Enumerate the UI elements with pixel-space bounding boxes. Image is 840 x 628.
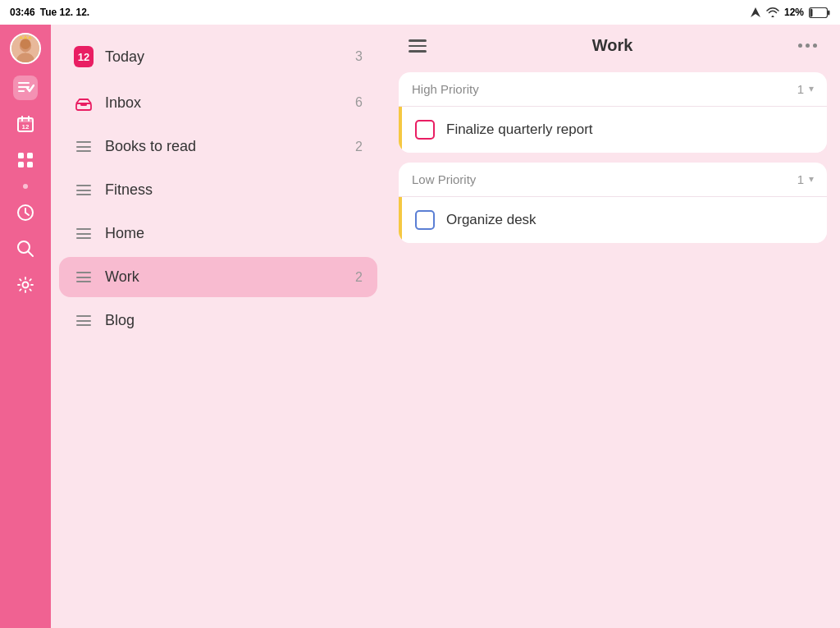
- task-label-finalize: Finalize quarterly report: [446, 121, 593, 138]
- svg-rect-18: [27, 153, 33, 158]
- sidebar-label-inbox: Inbox: [105, 94, 344, 112]
- task-checkbox-finalize[interactable]: [415, 120, 435, 140]
- svg-point-6: [21, 39, 31, 49]
- sidebar-item-blog[interactable]: Blog: [59, 300, 377, 341]
- grid-icon: [16, 151, 34, 169]
- svg-rect-9: [18, 82, 30, 84]
- svg-point-26: [23, 282, 29, 288]
- high-priority-count: 1: [797, 82, 804, 96]
- low-priority-count: 1: [797, 172, 804, 186]
- task-item-organize: Organize desk: [399, 197, 827, 243]
- main-header: Work: [386, 25, 840, 67]
- svg-rect-20: [27, 162, 33, 167]
- svg-marker-0: [751, 7, 760, 17]
- list-icon-home: [74, 228, 94, 239]
- sidebar-count-books: 2: [355, 140, 363, 154]
- svg-rect-13: [18, 118, 33, 122]
- inbox-svg-icon: [75, 94, 93, 112]
- calendar-rail-icon[interactable]: 12: [13, 112, 38, 136]
- check-icon: [16, 79, 34, 97]
- svg-rect-3: [810, 8, 813, 16]
- sidebar-label-blog: Blog: [105, 312, 351, 329]
- svg-rect-19: [18, 162, 24, 167]
- sidebar-label-fitness: Fitness: [105, 181, 351, 199]
- icon-rail: 12: [0, 25, 51, 628]
- main-title: Work: [592, 36, 633, 55]
- main-content: Work High Priority 1 ▾ Finalize quarterl…: [386, 25, 840, 628]
- sidebar: 12 Today 3 Inbox 6 Books to read 2: [51, 25, 386, 628]
- clock-icon: [16, 204, 34, 222]
- sidebar-item-books[interactable]: Books to read 2: [59, 126, 377, 167]
- rail-divider: [23, 184, 28, 189]
- high-priority-section: High Priority 1 ▾ Finalize quarterly rep…: [399, 72, 827, 153]
- avatar-image: [11, 33, 39, 64]
- status-time: 03:46: [10, 7, 35, 18]
- clock-rail-icon[interactable]: [13, 200, 38, 225]
- status-bar: 03:46 Tue 12. 12. 12%: [0, 0, 840, 25]
- wifi-icon: [766, 7, 779, 17]
- task-checkbox-organize[interactable]: [415, 210, 435, 230]
- list-icon-fitness: [74, 185, 94, 195]
- list-icon-blog: [74, 315, 94, 326]
- today-icon: 12: [74, 46, 94, 67]
- battery-icon: [809, 7, 830, 18]
- svg-rect-28: [80, 103, 87, 106]
- avatar[interactable]: [10, 33, 41, 64]
- more-options-button[interactable]: [792, 40, 824, 51]
- search-icon: [16, 240, 34, 258]
- sidebar-label-today: Today: [105, 48, 344, 66]
- battery-percent: 12%: [784, 7, 804, 18]
- high-priority-label: High Priority: [412, 82, 797, 96]
- svg-line-25: [28, 251, 33, 256]
- low-priority-header[interactable]: Low Priority 1 ▾: [399, 163, 827, 197]
- sidebar-label-books: Books to read: [105, 138, 344, 155]
- sidebar-item-work[interactable]: Work 2: [59, 257, 377, 297]
- sidebar-item-home[interactable]: Home: [59, 213, 377, 254]
- task-item-finalize: Finalize quarterly report: [399, 107, 827, 153]
- settings-rail-icon[interactable]: [13, 273, 38, 297]
- hamburger-menu-button[interactable]: [402, 36, 433, 56]
- svg-text:12: 12: [22, 123, 30, 131]
- list-icon-work: [74, 272, 94, 282]
- sidebar-count-inbox: 6: [355, 95, 363, 110]
- task-label-organize: Organize desk: [446, 212, 536, 228]
- sidebar-item-fitness[interactable]: Fitness: [59, 170, 377, 210]
- status-date: Tue 12. 12.: [40, 7, 89, 18]
- svg-rect-11: [18, 90, 25, 92]
- high-priority-header[interactable]: High Priority 1 ▾: [399, 72, 827, 107]
- sidebar-count-work: 2: [355, 270, 363, 285]
- low-priority-chevron: ▾: [809, 173, 814, 185]
- inbox-icon: [74, 94, 94, 112]
- svg-rect-2: [828, 10, 830, 15]
- svg-rect-17: [18, 153, 24, 158]
- sidebar-label-work: Work: [105, 268, 344, 286]
- location-icon: [750, 7, 761, 18]
- app-container: 12: [0, 25, 840, 628]
- low-priority-section: Low Priority 1 ▾ Organize desk: [399, 163, 827, 243]
- search-rail-icon[interactable]: [13, 236, 38, 261]
- low-priority-label: Low Priority: [412, 172, 797, 186]
- grid-rail-icon[interactable]: [13, 148, 38, 172]
- sidebar-item-today[interactable]: 12 Today 3: [59, 34, 377, 79]
- sidebar-count-today: 3: [355, 49, 363, 64]
- high-priority-chevron: ▾: [809, 83, 814, 94]
- settings-icon: [16, 276, 34, 294]
- sidebar-label-home: Home: [105, 225, 351, 242]
- list-icon-books: [74, 141, 94, 152]
- status-right: 12%: [750, 7, 830, 18]
- sidebar-item-inbox[interactable]: Inbox 6: [59, 82, 377, 123]
- calendar-icon: 12: [16, 115, 34, 133]
- svg-line-23: [25, 213, 29, 215]
- check-list-icon[interactable]: [13, 76, 38, 100]
